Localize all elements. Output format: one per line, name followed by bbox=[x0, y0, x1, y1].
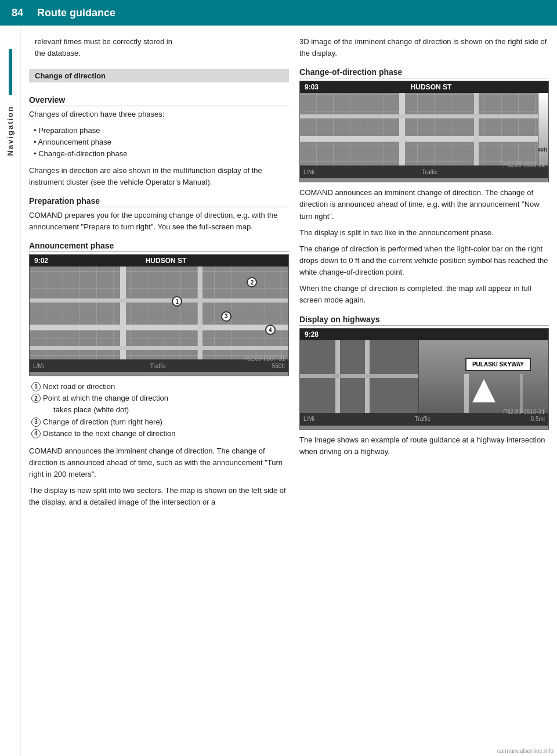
announcement-heading: Announcement phase bbox=[29, 241, 289, 252]
change-direction-map: 9:03 HUDSON ST 40ft L/M bbox=[299, 81, 549, 182]
map-top-bar-right: 9:03 HUDSON ST bbox=[300, 81, 548, 93]
sidebar-label: Navigation bbox=[6, 106, 15, 156]
num-circle-3: 3 bbox=[31, 417, 41, 427]
right-intro: 3D image of the imminent change of direc… bbox=[299, 36, 549, 59]
num-circle-4: 4 bbox=[31, 429, 41, 438]
cod-text1: COMAND announces an imminent change of d… bbox=[299, 187, 549, 222]
overview-followup: Changes in direction are also shown in t… bbox=[29, 165, 289, 188]
intro-text: relevant times must be correctly stored … bbox=[29, 36, 289, 59]
num-circle-1: 1 bbox=[31, 382, 41, 391]
watermark: carmanualsonline.info bbox=[494, 746, 557, 756]
map-code-right: P82.89-0508-31 bbox=[503, 161, 545, 168]
list-item: 4 Distance to the next change of directi… bbox=[31, 428, 289, 440]
cod-text4: When the change of direction is complete… bbox=[299, 283, 549, 306]
list-item: 2 Point at which the change of direction… bbox=[31, 393, 289, 416]
page-title: Route guidance bbox=[37, 7, 115, 19]
list-item: Preparation phase bbox=[34, 125, 289, 136]
map-distance: 550ft bbox=[272, 363, 285, 369]
sidebar: Navigation bbox=[0, 26, 21, 756]
left-column: relevant times must be correctly stored … bbox=[29, 36, 289, 746]
marker-4: 4 bbox=[265, 325, 276, 335]
preparation-heading: Preparation phase bbox=[29, 196, 289, 207]
map-time-highway: 9:28 bbox=[305, 330, 319, 339]
highway-distance: 0.5mi bbox=[531, 416, 545, 422]
map-code-highway: P82.89-0510-31 bbox=[503, 409, 545, 415]
cod-text2: The display is split in two like in the … bbox=[299, 227, 549, 239]
highway-map: 9:28 PULASK bbox=[299, 328, 549, 430]
overview-intro: Changes of direction have three phases: bbox=[29, 109, 289, 120]
list-item: 3 Change of direction (turn right here) bbox=[31, 416, 289, 428]
change-direction-phase-heading: Change-of-direction phase bbox=[299, 67, 549, 78]
map-time: 9:02 bbox=[34, 257, 48, 265]
num-circle-2: 2 bbox=[31, 394, 41, 403]
right-column: 3D image of the imminent change of direc… bbox=[299, 36, 549, 746]
highway-sign: PULASKI SKYWAY bbox=[465, 358, 531, 371]
overview-heading: Overview bbox=[29, 95, 289, 106]
list-item: Announcement phase bbox=[34, 136, 289, 148]
page-number: 84 bbox=[12, 7, 23, 19]
highway-arrow bbox=[472, 379, 495, 402]
list-item: 1 Next road or direction bbox=[31, 381, 289, 393]
map-code: P82.89-0507-31 bbox=[243, 355, 285, 362]
numbered-items: 1 Next road or direction 2 Point at whic… bbox=[29, 381, 289, 440]
marker-3: 3 bbox=[221, 311, 232, 322]
content-wrapper: Navigation relevant times must be correc… bbox=[0, 26, 557, 756]
map-top-bar: 9:02 HUDSON ST bbox=[30, 255, 288, 267]
map-time-right: 9:03 bbox=[305, 83, 319, 91]
announcement-text2: The display is now split into two sector… bbox=[29, 485, 289, 508]
page-header: 84 Route guidance bbox=[0, 0, 557, 26]
announcement-text1: COMAND announces the imminent change of … bbox=[29, 445, 289, 480]
list-item: Change-of-direction phase bbox=[34, 148, 289, 160]
preparation-text: COMAND prepares you for the upcoming cha… bbox=[29, 210, 289, 233]
cod-text3: The change of direction is performed whe… bbox=[299, 243, 549, 278]
map-street-right: HUDSON ST bbox=[411, 83, 452, 91]
map-street: HUDSON ST bbox=[146, 257, 187, 265]
announcement-map: 9:02 HUDSON ST 1 2 bbox=[29, 254, 289, 376]
main-content: relevant times must be correctly stored … bbox=[21, 26, 557, 756]
map-top-bar-highway: 9:28 bbox=[300, 329, 548, 340]
sidebar-accent-bar bbox=[9, 49, 12, 95]
highways-text: The image shows an example of route guid… bbox=[299, 434, 549, 458]
highways-heading: Display on highways bbox=[299, 315, 549, 326]
change-of-direction-heading: Change of direction bbox=[29, 69, 289, 82]
phases-list: Preparation phase Announcement phase Cha… bbox=[29, 125, 289, 160]
